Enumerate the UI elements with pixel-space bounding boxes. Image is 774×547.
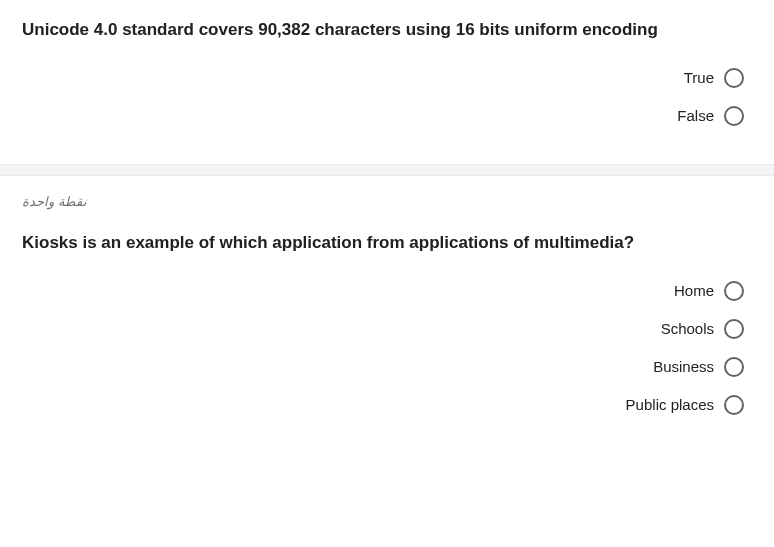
option-schools[interactable]: Schools xyxy=(661,319,744,339)
option-label: Business xyxy=(653,358,714,375)
radio-icon[interactable] xyxy=(724,106,744,126)
question-2-options: Home Schools Business Public places xyxy=(22,281,752,415)
question-2: Kiosks is an example of which applicatio… xyxy=(0,213,774,433)
section-divider xyxy=(0,164,774,176)
option-true[interactable]: True xyxy=(684,68,744,88)
option-label: Public places xyxy=(626,396,714,413)
question-1: Unicode 4.0 standard covers 90,382 chara… xyxy=(0,0,774,144)
option-home[interactable]: Home xyxy=(674,281,744,301)
option-label: Schools xyxy=(661,320,714,337)
radio-icon[interactable] xyxy=(724,68,744,88)
option-false[interactable]: False xyxy=(677,106,744,126)
radio-icon[interactable] xyxy=(724,319,744,339)
question-1-options: True False xyxy=(22,68,752,126)
question-2-text: Kiosks is an example of which applicatio… xyxy=(22,231,752,255)
option-public-places[interactable]: Public places xyxy=(626,395,744,415)
question-1-text: Unicode 4.0 standard covers 90,382 chara… xyxy=(22,18,752,42)
radio-icon[interactable] xyxy=(724,357,744,377)
option-label: False xyxy=(677,107,714,124)
points-label: نقطة واحدة xyxy=(0,176,774,213)
radio-icon[interactable] xyxy=(724,395,744,415)
option-label: True xyxy=(684,69,714,86)
option-label: Home xyxy=(674,282,714,299)
option-business[interactable]: Business xyxy=(653,357,744,377)
radio-icon[interactable] xyxy=(724,281,744,301)
